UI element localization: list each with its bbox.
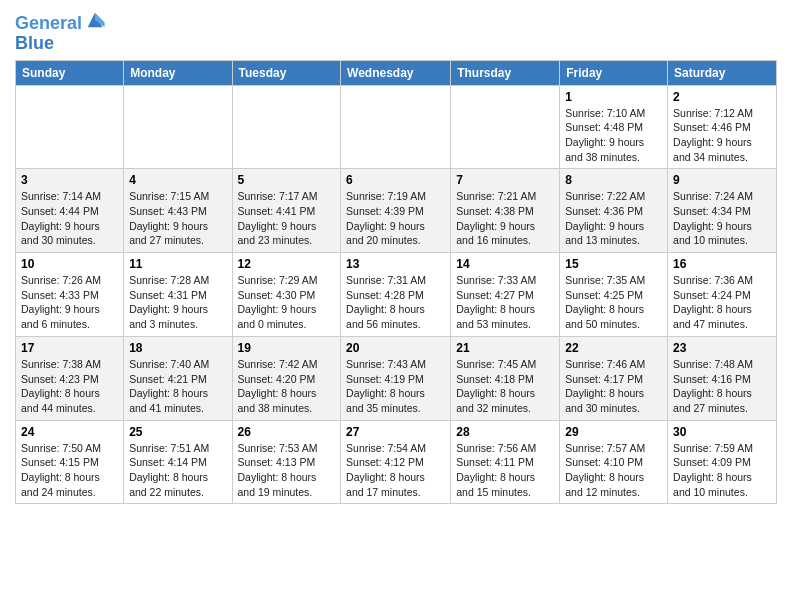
calendar-cell — [341, 85, 451, 169]
calendar-table: SundayMondayTuesdayWednesdayThursdayFrid… — [15, 60, 777, 505]
day-info: Sunrise: 7:54 AM Sunset: 4:12 PM Dayligh… — [346, 441, 445, 500]
calendar-cell: 27Sunrise: 7:54 AM Sunset: 4:12 PM Dayli… — [341, 420, 451, 504]
day-info: Sunrise: 7:36 AM Sunset: 4:24 PM Dayligh… — [673, 273, 771, 332]
calendar-cell: 29Sunrise: 7:57 AM Sunset: 4:10 PM Dayli… — [560, 420, 668, 504]
calendar-cell: 20Sunrise: 7:43 AM Sunset: 4:19 PM Dayli… — [341, 336, 451, 420]
day-info: Sunrise: 7:26 AM Sunset: 4:33 PM Dayligh… — [21, 273, 118, 332]
day-number: 22 — [565, 341, 662, 355]
day-info: Sunrise: 7:43 AM Sunset: 4:19 PM Dayligh… — [346, 357, 445, 416]
day-info: Sunrise: 7:50 AM Sunset: 4:15 PM Dayligh… — [21, 441, 118, 500]
day-info: Sunrise: 7:51 AM Sunset: 4:14 PM Dayligh… — [129, 441, 226, 500]
calendar-cell: 17Sunrise: 7:38 AM Sunset: 4:23 PM Dayli… — [16, 336, 124, 420]
day-number: 29 — [565, 425, 662, 439]
calendar-cell: 12Sunrise: 7:29 AM Sunset: 4:30 PM Dayli… — [232, 253, 341, 337]
calendar-cell: 13Sunrise: 7:31 AM Sunset: 4:28 PM Dayli… — [341, 253, 451, 337]
logo-blue-text: Blue — [15, 34, 54, 54]
calendar-cell: 2Sunrise: 7:12 AM Sunset: 4:46 PM Daylig… — [668, 85, 777, 169]
day-number: 9 — [673, 173, 771, 187]
logo-text: General — [15, 14, 82, 34]
day-number: 13 — [346, 257, 445, 271]
day-of-week-header: Wednesday — [341, 60, 451, 85]
day-info: Sunrise: 7:56 AM Sunset: 4:11 PM Dayligh… — [456, 441, 554, 500]
day-number: 4 — [129, 173, 226, 187]
day-number: 20 — [346, 341, 445, 355]
day-number: 5 — [238, 173, 336, 187]
day-info: Sunrise: 7:24 AM Sunset: 4:34 PM Dayligh… — [673, 189, 771, 248]
calendar-cell: 3Sunrise: 7:14 AM Sunset: 4:44 PM Daylig… — [16, 169, 124, 253]
calendar-week-row: 17Sunrise: 7:38 AM Sunset: 4:23 PM Dayli… — [16, 336, 777, 420]
day-info: Sunrise: 7:53 AM Sunset: 4:13 PM Dayligh… — [238, 441, 336, 500]
day-info: Sunrise: 7:10 AM Sunset: 4:48 PM Dayligh… — [565, 106, 662, 165]
day-number: 12 — [238, 257, 336, 271]
day-number: 30 — [673, 425, 771, 439]
day-info: Sunrise: 7:19 AM Sunset: 4:39 PM Dayligh… — [346, 189, 445, 248]
day-info: Sunrise: 7:28 AM Sunset: 4:31 PM Dayligh… — [129, 273, 226, 332]
calendar-cell: 23Sunrise: 7:48 AM Sunset: 4:16 PM Dayli… — [668, 336, 777, 420]
day-info: Sunrise: 7:33 AM Sunset: 4:27 PM Dayligh… — [456, 273, 554, 332]
calendar-cell: 18Sunrise: 7:40 AM Sunset: 4:21 PM Dayli… — [124, 336, 232, 420]
day-number: 10 — [21, 257, 118, 271]
calendar-week-row: 24Sunrise: 7:50 AM Sunset: 4:15 PM Dayli… — [16, 420, 777, 504]
day-number: 15 — [565, 257, 662, 271]
day-number: 11 — [129, 257, 226, 271]
calendar-cell: 11Sunrise: 7:28 AM Sunset: 4:31 PM Dayli… — [124, 253, 232, 337]
calendar-header-row: SundayMondayTuesdayWednesdayThursdayFrid… — [16, 60, 777, 85]
day-number: 17 — [21, 341, 118, 355]
page-container: General Blue SundayMondayTuesdayWednesda… — [0, 0, 792, 509]
day-info: Sunrise: 7:35 AM Sunset: 4:25 PM Dayligh… — [565, 273, 662, 332]
calendar-cell: 25Sunrise: 7:51 AM Sunset: 4:14 PM Dayli… — [124, 420, 232, 504]
day-number: 14 — [456, 257, 554, 271]
day-info: Sunrise: 7:40 AM Sunset: 4:21 PM Dayligh… — [129, 357, 226, 416]
day-info: Sunrise: 7:21 AM Sunset: 4:38 PM Dayligh… — [456, 189, 554, 248]
day-number: 7 — [456, 173, 554, 187]
calendar-cell — [232, 85, 341, 169]
day-info: Sunrise: 7:46 AM Sunset: 4:17 PM Dayligh… — [565, 357, 662, 416]
day-info: Sunrise: 7:48 AM Sunset: 4:16 PM Dayligh… — [673, 357, 771, 416]
calendar-cell: 15Sunrise: 7:35 AM Sunset: 4:25 PM Dayli… — [560, 253, 668, 337]
calendar-cell: 5Sunrise: 7:17 AM Sunset: 4:41 PM Daylig… — [232, 169, 341, 253]
day-number: 27 — [346, 425, 445, 439]
calendar-cell: 8Sunrise: 7:22 AM Sunset: 4:36 PM Daylig… — [560, 169, 668, 253]
calendar-week-row: 10Sunrise: 7:26 AM Sunset: 4:33 PM Dayli… — [16, 253, 777, 337]
day-number: 28 — [456, 425, 554, 439]
day-of-week-header: Sunday — [16, 60, 124, 85]
logo-icon — [84, 9, 106, 31]
day-number: 2 — [673, 90, 771, 104]
day-info: Sunrise: 7:59 AM Sunset: 4:09 PM Dayligh… — [673, 441, 771, 500]
day-info: Sunrise: 7:38 AM Sunset: 4:23 PM Dayligh… — [21, 357, 118, 416]
day-of-week-header: Saturday — [668, 60, 777, 85]
day-info: Sunrise: 7:42 AM Sunset: 4:20 PM Dayligh… — [238, 357, 336, 416]
calendar-cell: 24Sunrise: 7:50 AM Sunset: 4:15 PM Dayli… — [16, 420, 124, 504]
calendar-cell — [451, 85, 560, 169]
day-number: 21 — [456, 341, 554, 355]
day-number: 25 — [129, 425, 226, 439]
calendar-cell: 6Sunrise: 7:19 AM Sunset: 4:39 PM Daylig… — [341, 169, 451, 253]
calendar-cell: 14Sunrise: 7:33 AM Sunset: 4:27 PM Dayli… — [451, 253, 560, 337]
day-info: Sunrise: 7:15 AM Sunset: 4:43 PM Dayligh… — [129, 189, 226, 248]
calendar-cell: 19Sunrise: 7:42 AM Sunset: 4:20 PM Dayli… — [232, 336, 341, 420]
day-number: 23 — [673, 341, 771, 355]
calendar-cell: 7Sunrise: 7:21 AM Sunset: 4:38 PM Daylig… — [451, 169, 560, 253]
calendar-cell: 1Sunrise: 7:10 AM Sunset: 4:48 PM Daylig… — [560, 85, 668, 169]
day-info: Sunrise: 7:29 AM Sunset: 4:30 PM Dayligh… — [238, 273, 336, 332]
day-of-week-header: Monday — [124, 60, 232, 85]
day-info: Sunrise: 7:12 AM Sunset: 4:46 PM Dayligh… — [673, 106, 771, 165]
day-info: Sunrise: 7:22 AM Sunset: 4:36 PM Dayligh… — [565, 189, 662, 248]
header: General Blue — [15, 10, 777, 54]
day-info: Sunrise: 7:57 AM Sunset: 4:10 PM Dayligh… — [565, 441, 662, 500]
calendar-cell — [124, 85, 232, 169]
calendar-cell: 28Sunrise: 7:56 AM Sunset: 4:11 PM Dayli… — [451, 420, 560, 504]
day-number: 24 — [21, 425, 118, 439]
day-of-week-header: Friday — [560, 60, 668, 85]
calendar-cell: 22Sunrise: 7:46 AM Sunset: 4:17 PM Dayli… — [560, 336, 668, 420]
day-number: 16 — [673, 257, 771, 271]
day-number: 8 — [565, 173, 662, 187]
calendar-cell: 16Sunrise: 7:36 AM Sunset: 4:24 PM Dayli… — [668, 253, 777, 337]
calendar-cell: 10Sunrise: 7:26 AM Sunset: 4:33 PM Dayli… — [16, 253, 124, 337]
calendar-cell: 9Sunrise: 7:24 AM Sunset: 4:34 PM Daylig… — [668, 169, 777, 253]
calendar-cell — [16, 85, 124, 169]
calendar-week-row: 1Sunrise: 7:10 AM Sunset: 4:48 PM Daylig… — [16, 85, 777, 169]
day-of-week-header: Thursday — [451, 60, 560, 85]
day-number: 6 — [346, 173, 445, 187]
day-number: 1 — [565, 90, 662, 104]
